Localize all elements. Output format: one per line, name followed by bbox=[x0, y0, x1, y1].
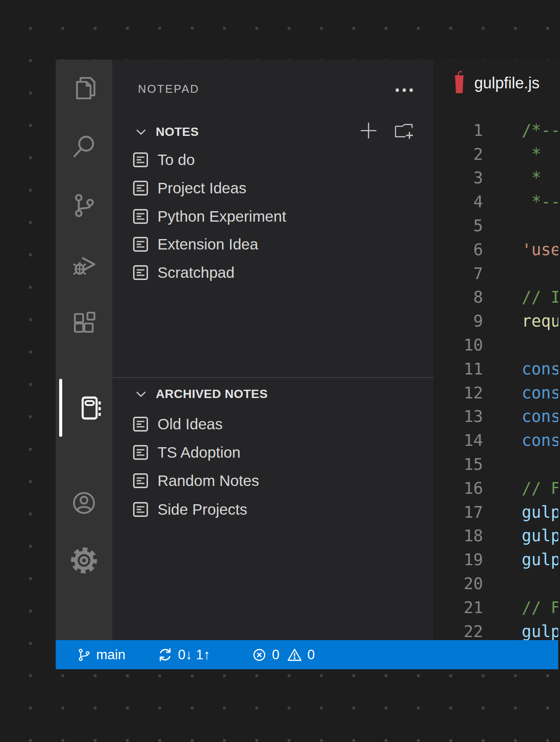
new-note-button[interactable] bbox=[359, 121, 378, 140]
code-line: 3 * bbox=[433, 166, 558, 190]
code-line: 13 const bbox=[433, 405, 558, 429]
code-line: 2 * bbox=[433, 142, 558, 166]
line-number: 11 bbox=[433, 360, 483, 378]
sidebar-item-explorer[interactable] bbox=[70, 74, 98, 102]
line-number: 19 bbox=[433, 550, 483, 569]
code-text: * bbox=[522, 169, 541, 187]
account-button[interactable] bbox=[70, 489, 98, 517]
sync-counts: 0↓ 1↑ bbox=[178, 647, 210, 663]
settings-button[interactable] bbox=[70, 546, 98, 574]
sidebar-title: NOTEPAD bbox=[138, 82, 199, 96]
branch-name: main bbox=[96, 647, 125, 663]
section-divider bbox=[112, 377, 433, 378]
line-number: 9 bbox=[433, 312, 483, 331]
note-icon bbox=[133, 445, 148, 460]
error-icon bbox=[251, 647, 267, 663]
code-text: const bbox=[522, 407, 558, 426]
line-number: 8 bbox=[433, 288, 483, 307]
code-line: 4 *---- bbox=[433, 190, 558, 214]
code-line: 14 const bbox=[433, 428, 558, 452]
note-list-item[interactable]: TS Adoption bbox=[112, 438, 433, 466]
note-icon bbox=[133, 180, 148, 196]
note-label: Random Notes bbox=[158, 472, 259, 489]
note-icon bbox=[133, 416, 148, 432]
code-line: 18 gulp bbox=[433, 524, 558, 548]
error-count: 0 bbox=[272, 647, 279, 663]
branch-status-item[interactable]: main bbox=[77, 640, 125, 669]
note-icon bbox=[133, 236, 148, 252]
code-line: 12 const bbox=[433, 381, 558, 405]
line-number: 16 bbox=[433, 479, 483, 498]
note-list-item[interactable]: Scratchpad bbox=[112, 259, 433, 287]
note-list-item[interactable]: Extension Idea bbox=[112, 230, 433, 259]
code-text: /*---- bbox=[522, 121, 558, 140]
line-number: 14 bbox=[433, 431, 483, 450]
line-number: 4 bbox=[433, 192, 483, 211]
code-text: // F bbox=[522, 598, 558, 617]
line-number: 1 bbox=[433, 121, 483, 140]
sidebar-item-source-control[interactable] bbox=[70, 192, 98, 219]
notebook-icon bbox=[77, 394, 104, 422]
code-text: const bbox=[522, 384, 558, 402]
sync-status-item[interactable]: 0↓ 1↑ bbox=[157, 640, 210, 669]
code-line: 10 bbox=[433, 333, 558, 357]
note-label: Python Experiment bbox=[158, 208, 286, 225]
section-label: NOTES bbox=[156, 125, 199, 139]
note-label: Scratchpad bbox=[158, 264, 235, 281]
section-header-archived-notes[interactable]: ARCHIVED NOTES bbox=[112, 385, 268, 403]
problems-status-item[interactable]: 0 0 bbox=[251, 640, 315, 669]
active-tab-indicator bbox=[59, 379, 62, 437]
code-text: gulp bbox=[522, 526, 558, 545]
source-control-icon bbox=[70, 192, 98, 219]
line-number: 22 bbox=[433, 622, 483, 640]
note-label: Side Projects bbox=[158, 501, 247, 518]
note-list-item[interactable]: Project Ideas bbox=[112, 174, 433, 202]
note-icon bbox=[133, 152, 148, 168]
code-line: 7 bbox=[433, 262, 558, 286]
code-line: 21 // F bbox=[433, 596, 558, 620]
new-folder-button[interactable] bbox=[394, 121, 414, 141]
sidebar-item-search[interactable] bbox=[70, 133, 98, 161]
sidebar-notepad-panel: NOTEPAD NOTES bbox=[112, 60, 433, 640]
note-list-item[interactable]: Side Projects bbox=[112, 495, 433, 523]
line-number: 17 bbox=[433, 503, 483, 522]
sidebar-item-extensions[interactable] bbox=[70, 309, 98, 337]
tab-gulpfile-js[interactable]: gulpfile.js bbox=[433, 60, 558, 103]
line-number: 18 bbox=[433, 526, 483, 545]
sync-icon bbox=[157, 647, 173, 663]
sidebar-item-notepad[interactable] bbox=[77, 394, 104, 422]
note-label: To do bbox=[158, 151, 195, 169]
account-icon bbox=[70, 489, 98, 517]
chevron-down-icon bbox=[135, 126, 147, 138]
note-list-item[interactable]: To do bbox=[112, 146, 433, 174]
note-label: Project Ideas bbox=[158, 179, 246, 197]
code-line: 17 gulp bbox=[433, 500, 558, 524]
code-text: gulp bbox=[522, 622, 558, 640]
code-area[interactable]: 1 /*---- 2 * 3 * 4 * bbox=[433, 118, 558, 640]
note-icon bbox=[133, 502, 148, 517]
section-header-notes[interactable]: NOTES bbox=[112, 123, 199, 141]
code-text: // I bbox=[522, 288, 558, 307]
line-number: 12 bbox=[433, 384, 483, 402]
code-line: 9 requ bbox=[433, 309, 558, 333]
code-line: 19 gulp bbox=[433, 548, 558, 572]
note-list-item[interactable]: Random Notes bbox=[112, 467, 433, 495]
activity-bar bbox=[56, 60, 112, 640]
code-line: 16 // F bbox=[433, 476, 558, 500]
editor-pane: gulpfile.js 1 /*---- 2 * 3 bbox=[433, 60, 558, 640]
line-number: 7 bbox=[433, 264, 483, 283]
code-text: // F bbox=[522, 479, 558, 498]
code-text: *---- bbox=[522, 192, 558, 211]
files-icon bbox=[70, 74, 98, 102]
gear-icon bbox=[70, 546, 98, 574]
note-list-item[interactable]: Python Experiment bbox=[112, 202, 433, 230]
more-actions-icon[interactable] bbox=[393, 85, 417, 95]
notes-list: To do Project Ideas bbox=[112, 146, 433, 287]
line-number: 5 bbox=[433, 216, 483, 235]
line-number: 2 bbox=[433, 145, 483, 164]
note-list-item[interactable]: Old Ideas bbox=[112, 410, 433, 438]
sidebar-item-run-debug[interactable] bbox=[70, 250, 98, 278]
line-number: 3 bbox=[433, 169, 483, 187]
code-text: const bbox=[522, 360, 558, 378]
plus-icon bbox=[359, 134, 378, 142]
